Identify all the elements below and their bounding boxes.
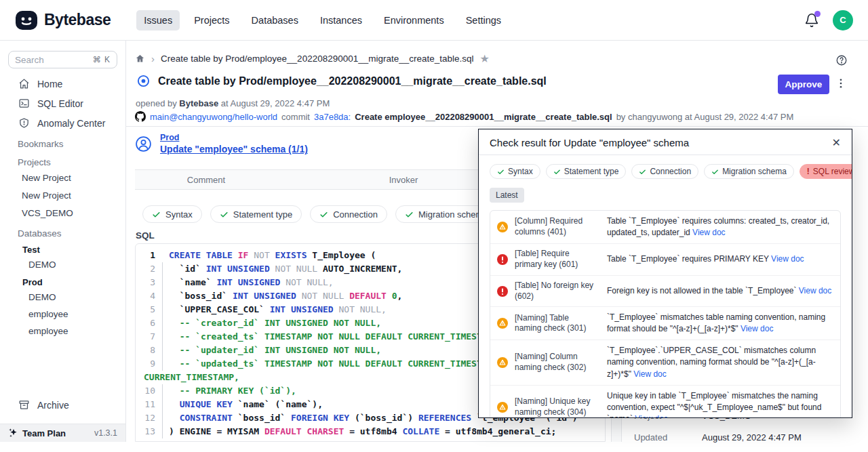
breadcrumb-separator: › (151, 53, 155, 64)
search-shortcut: ⌘ K (93, 55, 111, 64)
check-pill-syntax[interactable]: Syntax (490, 164, 540, 179)
sidebar-db-item[interactable]: employee (0, 323, 125, 340)
search-placeholder: Search (15, 55, 44, 65)
check-icon (711, 168, 719, 176)
nav-item-settings[interactable]: Settings (458, 10, 509, 30)
check-icon (497, 168, 505, 176)
line-number: 12 (136, 411, 163, 425)
terminal-icon (18, 98, 30, 109)
sidebar-item-archive[interactable]: Archive (0, 395, 125, 415)
view-doc-link[interactable]: View doc (771, 254, 804, 264)
vcs-branch-link[interactable]: main@changyuwong/hello-world (150, 112, 277, 122)
view-doc-link[interactable]: View doc (741, 324, 773, 333)
commit-hash-link[interactable]: 3a7e8da: (314, 112, 351, 122)
modal-header: Check result for Update "employee" schem… (479, 129, 852, 155)
view-doc-link[interactable]: View doc (692, 228, 725, 237)
brand[interactable]: Bytebase (15, 9, 111, 32)
issue-author: Bytebase (179, 98, 218, 108)
check-pill-statement-type[interactable]: Statement type (546, 164, 627, 179)
sidebar-project-item[interactable]: New Project (0, 187, 125, 205)
view-doc-link[interactable]: View doc (799, 286, 831, 295)
check-pill-label: Migration schema (722, 167, 787, 176)
archive-icon (18, 399, 30, 411)
exclamation-icon: ! (807, 167, 810, 176)
check-message: Table `T_Employee` requires PRIMARY KEY … (607, 253, 833, 265)
github-icon (135, 111, 146, 122)
nav-item-instances[interactable]: Instances (313, 10, 370, 30)
nav-item-projects[interactable]: Projects (186, 10, 237, 30)
version-label: v1.3.1 (94, 428, 117, 438)
grid-header-comment: Comment (135, 175, 277, 185)
check-result-row: [Naming] Column naming check (302)`T_Emp… (490, 340, 840, 384)
check-rule-label: [Naming] Unique key naming check (304) (515, 396, 596, 418)
check-icon (220, 210, 229, 219)
stage-task-link[interactable]: Update "employee" schema (1/1) (160, 144, 308, 155)
issue-meta: opened by Bytebase at August 29, 2022 4:… (136, 98, 330, 108)
warning-icon (497, 318, 508, 329)
home-breadcrumb-icon[interactable] (135, 54, 145, 64)
navbar-right: C (804, 10, 853, 30)
check-pill-sql-review[interactable]: !SQL review (800, 164, 852, 179)
close-icon[interactable]: ✕ (832, 138, 841, 148)
check-pill-connection[interactable]: Connection (631, 164, 698, 179)
nav-item-issues[interactable]: Issues (136, 10, 180, 30)
check-pill-label: Syntax (165, 209, 193, 220)
check-pill-label: Statement type (564, 167, 619, 176)
sidebar-env-label: Prod (0, 273, 125, 289)
more-options-icon[interactable] (835, 77, 847, 89)
approve-button[interactable]: Approve (778, 75, 829, 94)
help-icon[interactable] (835, 54, 848, 66)
stage-env-link[interactable]: Prod (160, 133, 308, 142)
sidebar-item-label: SQL Editor (37, 98, 83, 109)
avatar[interactable]: C (833, 10, 853, 30)
sidebar-env-label: Test (0, 241, 125, 256)
check-rule-label: [Column] Required columns (401) (515, 216, 596, 238)
sql-section-label: SQL (136, 230, 155, 241)
sidebar-project-item[interactable]: New Project (0, 169, 125, 187)
latest-chip[interactable]: Latest (490, 188, 524, 203)
header-divider (126, 126, 868, 127)
error-icon (497, 286, 508, 297)
sidebar-item-home[interactable]: Home (0, 74, 125, 94)
view-doc-link[interactable]: View doc (633, 369, 666, 379)
line-number: 7 (136, 330, 163, 344)
check-pill-statement-type[interactable]: Statement type (210, 205, 302, 223)
search-input[interactable]: Search ⌘ K (8, 51, 117, 68)
nav-item-environments[interactable]: Environments (376, 10, 452, 30)
sidebar-db-item[interactable]: DEMO (0, 289, 125, 306)
commit-line: main@changyuwong/hello-world commit 3a7e… (135, 111, 793, 122)
bookmark-star-icon[interactable]: ★ (480, 54, 490, 64)
sidebar-item-anomaly-center[interactable]: Anomaly Center (0, 113, 125, 133)
sidebar-db-item[interactable]: employee (0, 306, 125, 323)
check-rule-label: [Table] Require primary key (601) (515, 249, 596, 270)
brand-name: Bytebase (44, 11, 111, 29)
sidebar-db-item[interactable]: DEMO (0, 256, 125, 273)
check-pill-syntax[interactable]: Syntax (142, 205, 202, 223)
check-pill-connection[interactable]: Connection (310, 205, 387, 223)
sidebar-item-sql-editor[interactable]: SQL Editor (0, 94, 125, 113)
line-number: 9 (136, 357, 163, 371)
check-pill-migration-schema[interactable]: Migration schema (704, 164, 794, 179)
view-doc-link[interactable]: View doc (635, 414, 667, 418)
check-icon (553, 168, 561, 176)
modal-body: SyntaxStatement typeConnectionMigration … (479, 155, 852, 418)
bytebase-logo-icon (15, 9, 38, 32)
check-icon (319, 210, 328, 219)
nav-item-databases[interactable]: Databases (244, 10, 306, 30)
check-result-list: [Column] Required columns (401)Table `T_… (490, 210, 841, 418)
check-pill-label: Connection (650, 167, 691, 176)
sidebar-project-item[interactable]: VCS_DEMO (0, 205, 125, 222)
sidebar-item-label: Anomaly Center (37, 118, 105, 129)
breadcrumb-title[interactable]: Create table by Prod/employee__202208290… (161, 54, 474, 64)
plan-label[interactable]: Team Plan (22, 428, 66, 438)
breadcrumb: › Create table by Prod/employee__2022082… (135, 53, 490, 64)
sidebar-projects-list: New ProjectNew ProjectVCS_DEMO (0, 169, 125, 222)
check-message: Unique key in table `T_Employee` mismatc… (607, 390, 833, 418)
line-number: 11 (136, 398, 163, 411)
check-result-row: [Column] Required columns (401)Table `T_… (490, 211, 840, 243)
warning-icon (497, 222, 508, 232)
notifications-bell-icon[interactable] (804, 13, 819, 28)
sidebar-item-label: Home (37, 79, 62, 89)
commit-message: Create employee__202208290001__migrate__… (355, 112, 612, 122)
check-result-row: [Naming] Unique key naming check (304)Un… (490, 385, 840, 418)
